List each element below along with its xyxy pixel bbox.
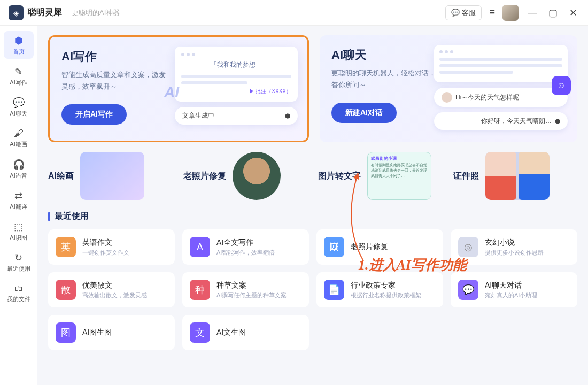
ill-tag: ▶ 批注（XXXX） bbox=[181, 88, 291, 95]
sidebar-item-6[interactable]: ⬚AI识图 bbox=[4, 217, 34, 245]
sidebar-label: 最近使用 bbox=[7, 265, 30, 273]
ill-quote: 「我和我的梦想」 bbox=[181, 60, 291, 70]
sidebar-item-8[interactable]: 🗂我的文件 bbox=[4, 279, 34, 307]
app-name: 聪明灵犀 bbox=[28, 7, 62, 18]
sidebar-label: AI绘画 bbox=[10, 140, 27, 148]
recent-card-5[interactable]: 种种草文案AI撰写任何主题的种草文案 bbox=[182, 272, 309, 307]
sidebar-item-2[interactable]: 💬AI聊天 bbox=[4, 93, 34, 121]
recent-icon: 种 bbox=[190, 280, 210, 300]
recent-desc: 高效输出散文，激发灵感 bbox=[82, 291, 147, 299]
recent-card-1[interactable]: AAI全文写作AI智能写作，效率翻倍 bbox=[182, 229, 309, 265]
recent-icon: 📄 bbox=[324, 280, 344, 300]
hexagon-icon: ⬢ bbox=[555, 118, 560, 125]
recent-grid: 英英语作文一键创作英文作文AAI全文写作AI智能写作，效率翻倍🖼老照片修复◎玄幻… bbox=[48, 229, 577, 350]
recent-icon: 英 bbox=[56, 237, 76, 257]
menu-icon[interactable]: ≡ bbox=[489, 7, 495, 18]
tile-ocr[interactable]: 图片转文字 武昌街的小调 有时候到重庆南路买书总会不自觉地跑到武昌街去走一回，最… bbox=[318, 152, 443, 200]
recent-card-3[interactable]: ◎玄幻小说提供更多小说创作思路 bbox=[451, 229, 577, 265]
tile-label: 图片转文字 bbox=[318, 171, 361, 182]
sidebar-item-1[interactable]: ✎AI写作 bbox=[4, 62, 34, 90]
doc-thumb: 武昌街的小调 有时候到重庆南路买书总会不自觉地跑到武昌街去走一回，最近发现武昌街… bbox=[367, 152, 431, 200]
recent-card-0[interactable]: 英英语作文一键创作英文作文 bbox=[48, 229, 175, 265]
minimize-button[interactable]: — bbox=[526, 7, 539, 18]
recent-title: 玄幻小说 bbox=[485, 238, 544, 248]
support-label: 客服 bbox=[462, 8, 476, 18]
chat-bubble-user: Hi～今天的天气怎样呢 bbox=[434, 88, 568, 107]
hero-write-illustration: 「我和我的梦想」 ▶ 批注（XXXX） AI 文章生成中 ⬢ bbox=[175, 47, 298, 125]
tile-photo-restore[interactable]: 老照片修复 bbox=[183, 152, 308, 200]
tile-label: 证件照 bbox=[453, 171, 479, 182]
sidebar-item-5[interactable]: ⇄AI翻译 bbox=[4, 186, 34, 214]
sidebar-label: 首页 bbox=[13, 48, 25, 56]
recent-icon: 图 bbox=[56, 322, 76, 343]
support-button[interactable]: 💬 客服 bbox=[445, 5, 482, 20]
ill-status-text: 文章生成中 bbox=[182, 111, 214, 120]
recent-title: 行业政策专家 bbox=[351, 281, 421, 290]
ill-status-pill: 文章生成中 ⬢ bbox=[175, 107, 298, 125]
maximize-button[interactable]: ▢ bbox=[546, 7, 559, 19]
hero-card-ai-chat[interactable]: AI聊天 更聪明的聊天机器人，轻松对话，答你所问～ 新建AI对话 ☺ Hi～今天… bbox=[320, 35, 577, 142]
recent-card-6[interactable]: 📄行业政策专家根据行业名称提供政策框架 bbox=[316, 272, 443, 307]
start-ai-write-button[interactable]: 开启AI写作 bbox=[61, 104, 127, 125]
sidebar-icon: ⬢ bbox=[14, 35, 23, 47]
sidebar-label: 我的文件 bbox=[7, 295, 30, 303]
tile-id-photo[interactable]: 证件照 bbox=[453, 152, 578, 200]
tile-label: AI绘画 bbox=[48, 171, 74, 182]
recent-card-4[interactable]: 散优美散文高效输出散文，激发灵感 bbox=[48, 272, 175, 307]
chat-fab-icon: ☺ bbox=[552, 76, 571, 95]
hero-card-ai-write[interactable]: AI写作 智能生成高质量文章和文案，激发灵感，效率飙升～ 开启AI写作 「我和我… bbox=[48, 35, 309, 142]
sidebar-icon: 🖌 bbox=[14, 128, 24, 139]
chat-bubble2-text: 你好呀，今天天气晴朗… bbox=[481, 117, 552, 126]
app-tagline: 更聪明的AI神器 bbox=[72, 8, 120, 18]
sidebar: ⬢首页✎AI写作💬AI聊天🖌AI绘画🎧AI语音⇄AI翻译⬚AI识图↻最近使用🗂我… bbox=[0, 26, 37, 385]
recent-desc: 一键创作英文作文 bbox=[82, 249, 129, 257]
sidebar-item-3[interactable]: 🖌AI绘画 bbox=[4, 124, 34, 152]
recent-icon: ◎ bbox=[458, 237, 478, 257]
recent-card-9[interactable]: 文AI文生图 bbox=[182, 315, 309, 350]
recent-icon: 💬 bbox=[458, 280, 478, 300]
chat-bubble1-text: Hi～今天的天气怎样呢 bbox=[455, 93, 519, 102]
app-logo-icon: ◈ bbox=[9, 5, 24, 20]
recent-title: AI聊天对话 bbox=[485, 281, 537, 290]
recent-title: AI图生图 bbox=[82, 328, 112, 337]
sidebar-icon: 🎧 bbox=[13, 159, 25, 171]
sidebar-icon: ✎ bbox=[14, 66, 22, 78]
avatar-icon bbox=[442, 92, 452, 103]
close-button[interactable]: ✕ bbox=[567, 7, 579, 19]
recent-desc: AI撰写任何主题的种草文案 bbox=[216, 291, 287, 299]
ai-badge-icon: AI bbox=[164, 84, 179, 101]
recent-title: AI全文写作 bbox=[216, 238, 275, 248]
sidebar-icon: 💬 bbox=[13, 97, 25, 109]
recent-icon: 散 bbox=[56, 280, 76, 300]
id-thumb bbox=[485, 152, 550, 200]
recent-icon: 🖼 bbox=[324, 237, 344, 257]
recent-title: 优美散文 bbox=[82, 281, 147, 290]
hero-chat-illustration: ☺ Hi～今天的天气怎样呢 你好呀，今天天气晴朗… ⬢ bbox=[434, 45, 568, 130]
paint-thumb bbox=[80, 152, 144, 200]
sidebar-label: AI语音 bbox=[10, 172, 27, 180]
photo-thumb bbox=[233, 152, 281, 200]
recent-card-8[interactable]: 图AI图生图 bbox=[48, 315, 175, 350]
feature-tiles-row: AI绘画 老照片修复 图片转文字 武昌街的小调 有时候到重庆南路买书总会不自觉地… bbox=[48, 152, 577, 200]
sidebar-icon: ↻ bbox=[14, 252, 22, 264]
recent-title: 种草文案 bbox=[216, 281, 287, 290]
user-avatar[interactable] bbox=[502, 5, 519, 21]
recent-icon: A bbox=[190, 237, 210, 257]
recent-desc: 宛如真人的AI小助理 bbox=[485, 291, 537, 299]
app-logo-group: ◈ 聪明灵犀 更聪明的AI神器 bbox=[9, 5, 120, 20]
sidebar-item-4[interactable]: 🎧AI语音 bbox=[4, 155, 34, 183]
sidebar-item-7[interactable]: ↻最近使用 bbox=[4, 248, 34, 276]
chat-bubble-bot: 你好呀，今天天气晴朗… ⬢ bbox=[434, 112, 568, 130]
recent-title: 老照片修复 bbox=[351, 242, 388, 252]
doc-thumb-title: 武昌街的小调 bbox=[371, 156, 428, 161]
hexagon-icon: ⬢ bbox=[285, 112, 290, 120]
sidebar-label: AI写作 bbox=[10, 79, 27, 87]
tile-label: 老照片修复 bbox=[183, 171, 226, 182]
new-ai-chat-button[interactable]: 新建AI对话 bbox=[331, 103, 397, 123]
sidebar-icon: ⇄ bbox=[14, 190, 22, 202]
tile-ai-paint[interactable]: AI绘画 bbox=[48, 152, 173, 200]
hero-write-desc: 智能生成高质量文章和文案，激发灵感，效率飙升～ bbox=[61, 69, 168, 93]
recent-card-7[interactable]: 💬AI聊天对话宛如真人的AI小助理 bbox=[451, 272, 577, 307]
recent-section-title: 最近使用 bbox=[55, 211, 89, 222]
sidebar-item-0[interactable]: ⬢首页 bbox=[4, 31, 34, 59]
